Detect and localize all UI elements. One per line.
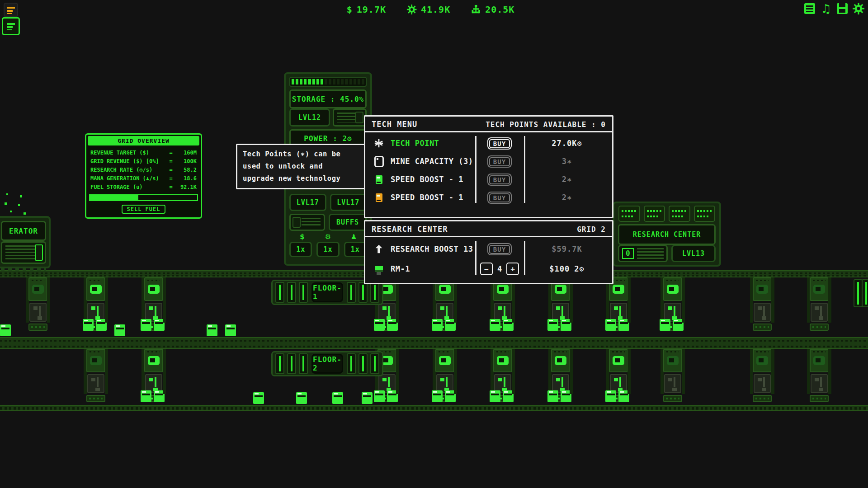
mine-machine[interactable] [491, 277, 514, 332]
stat-row: FUEL STORAGE (u) = 92.1K [90, 183, 197, 192]
lever-icon [504, 306, 505, 316]
mine-machine[interactable] [433, 277, 457, 332]
toolbox-chip-orange-button[interactable] [4, 3, 18, 17]
music-button[interactable]: ♫ [820, 3, 832, 14]
buffs-button[interactable]: BUFFS [329, 214, 367, 231]
tech-row-speed-boost-1: SPEED BOOST - 1 BUY 2∗ [365, 170, 612, 188]
save-icon [837, 3, 848, 14]
settings-button[interactable] [853, 3, 864, 14]
quantity-plus-button[interactable]: + [506, 263, 519, 275]
buy-button-disabled[interactable]: BUY [487, 155, 512, 168]
mine-machine[interactable] [807, 349, 831, 403]
toolbox-chip-selected-button[interactable] [2, 17, 20, 35]
machine-head [28, 277, 47, 301]
mine-machine[interactable] [433, 349, 457, 403]
mine-cart [253, 392, 264, 404]
mine-cart [605, 390, 616, 402]
storage-segment [358, 79, 360, 84]
gear-icon: ⚙ [315, 233, 341, 241]
sell-fuel-button[interactable]: SELL FUEL [122, 205, 165, 214]
quantity-minus-button[interactable]: − [480, 263, 493, 275]
floor-sign-bar [347, 353, 356, 374]
machine-head [86, 277, 105, 301]
mine-cart [673, 319, 684, 331]
indicator-icon [556, 306, 560, 310]
mine-machine[interactable] [807, 277, 831, 332]
indicator-icon [498, 306, 502, 310]
floor-bottom-band [0, 405, 868, 411]
lever-icon [446, 377, 448, 387]
music-icon: ♫ [821, 3, 831, 14]
camera-icon [90, 356, 102, 365]
mine-machine[interactable] [750, 277, 774, 332]
stats-log-button[interactable] [804, 3, 816, 14]
research-center-building[interactable]: RESEARCH CENTER 0 LVL13 [613, 202, 721, 267]
mine-machine[interactable] [142, 349, 165, 403]
indicator-icon [33, 306, 38, 310]
buy-button[interactable]: BUY [487, 137, 512, 150]
lever-icon [619, 377, 621, 387]
upgrade-level-button[interactable]: LVL17 [330, 194, 367, 211]
gear-icon [407, 5, 417, 14]
data-chip-icon [669, 206, 690, 222]
research-level-button[interactable]: LVL13 [671, 245, 716, 262]
buy-button-disabled[interactable]: BUY [487, 192, 512, 204]
indicator-icon [91, 306, 95, 310]
research-panel-title: RESEARCH CENTER [372, 225, 448, 234]
mine-machine[interactable] [661, 349, 684, 403]
lever-icon [97, 377, 99, 387]
machine-body [664, 374, 681, 393]
save-button[interactable] [836, 3, 848, 14]
mana-multiplier-button[interactable]: 1x [344, 242, 367, 257]
camera-icon [32, 285, 44, 294]
floor-divider-band [0, 337, 868, 349]
research-counter-panel: 0 [618, 245, 668, 262]
mine-machine[interactable] [661, 277, 684, 332]
machine-lights [28, 324, 47, 331]
mine-machine[interactable] [607, 277, 630, 332]
storage-level-button[interactable]: LVL12 [289, 108, 330, 127]
gear-multiplier-button[interactable]: 1x [316, 242, 339, 257]
indicator-icon [440, 378, 444, 381]
research-center-panel: RESEARCH CENTER GRID 2 RESEARCH BOOST 13… [364, 220, 613, 284]
camera-icon [756, 285, 768, 294]
mine-cart [387, 319, 398, 331]
machine-lights [810, 395, 829, 402]
camera-icon [613, 356, 624, 365]
buy-button-disabled[interactable]: BUY [487, 243, 512, 255]
mine-cart [83, 319, 94, 331]
generator-building[interactable]: ERATOR [0, 216, 51, 268]
equals: = [165, 183, 177, 192]
storage-segment [345, 79, 348, 84]
mine-machine[interactable] [549, 277, 572, 332]
mine-machine[interactable] [491, 349, 514, 403]
quantity-value: 4 [497, 264, 502, 273]
tech-item-cost: 2∗ [525, 175, 609, 184]
floor-sign-bar [299, 282, 308, 303]
stat-label: RESEARCH RATE (⚙/s) [90, 166, 165, 174]
indicator-icon [815, 378, 819, 381]
vent-lines [637, 248, 664, 259]
mine-machine[interactable] [142, 277, 165, 332]
mine-machine[interactable] [26, 277, 50, 332]
mine-machine[interactable] [84, 277, 108, 332]
mine-machine[interactable] [549, 349, 572, 403]
system-icon-bar: ♫ [804, 3, 864, 14]
stat-label: MANA GENERATION (♟/s) [90, 174, 165, 183]
floor-label: FLOOR-1 [311, 282, 343, 302]
mine-machine[interactable] [607, 349, 630, 403]
lever-icon [97, 306, 99, 316]
machine-head [663, 349, 682, 372]
storage-vent [333, 108, 367, 127]
lever-icon [763, 306, 765, 316]
money-multiplier-button[interactable]: 1x [289, 242, 312, 257]
machine-chip-icon [7, 23, 15, 30]
mine-cart [154, 390, 165, 402]
stat-value: 100K [177, 157, 197, 166]
machine-head [810, 349, 829, 372]
buy-button-disabled[interactable]: BUY [487, 174, 512, 186]
mine-cart [503, 390, 514, 402]
mine-machine[interactable] [84, 349, 108, 403]
upgrade-level-button[interactable]: LVL17 [289, 194, 326, 211]
mine-machine[interactable] [750, 349, 774, 403]
